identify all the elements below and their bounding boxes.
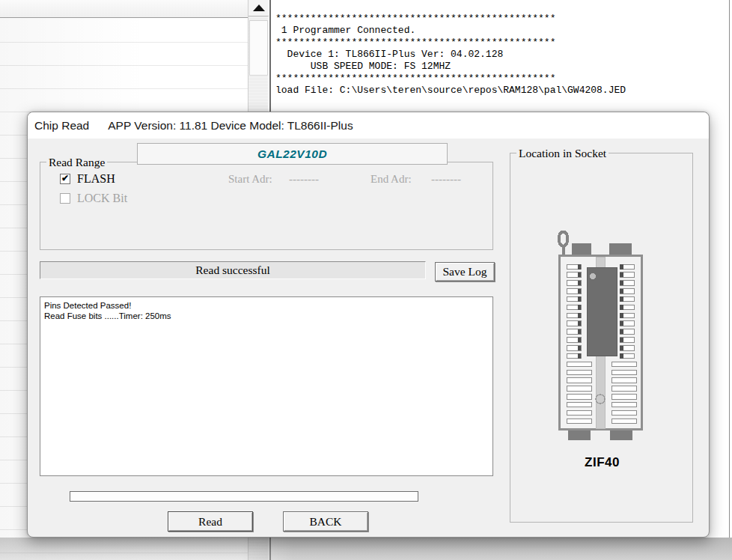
operation-log-text: Pins Detected Passed! Read Fuse bits ...… (40, 297, 492, 324)
start-adr-label: Start Adr: (228, 173, 272, 186)
dialog-title: Chip Read (34, 119, 89, 133)
socket-name-label: ZIF40 (555, 455, 649, 470)
arrow-up-icon (253, 4, 265, 11)
flash-checkbox[interactable] (60, 174, 70, 184)
back-button[interactable]: BACK (283, 511, 368, 532)
end-adr-label: End Adr: (370, 173, 412, 186)
status-message-bar: Read successful (40, 261, 426, 279)
console-log-text: ****************************************… (271, 0, 729, 97)
flash-checkbox-label: FLASH (77, 172, 115, 186)
chip-read-dialog: Chip Read APP Version: 11.81 Device Mode… (27, 112, 710, 538)
progress-bar (70, 491, 418, 502)
flash-check-row[interactable]: FLASH (60, 172, 115, 186)
end-adr-value: -------- (431, 173, 461, 186)
scrollbar-thumb[interactable] (249, 20, 268, 76)
dialog-title-info: APP Version: 11.81 Device Model: TL866II… (108, 119, 353, 133)
dialog-titlebar[interactable]: Chip Read APP Version: 11.81 Device Mode… (28, 112, 709, 139)
start-adr-value: -------- (289, 173, 319, 186)
location-in-socket-label: Location in Socket (516, 147, 609, 160)
window-bottom-strip (0, 538, 732, 560)
app-screen: ****************************************… (0, 0, 732, 560)
device-list-header (0, 0, 268, 18)
read-range-group-label: Read Range (46, 156, 107, 169)
lock-bit-checkbox (60, 193, 70, 204)
lock-bit-checkbox-label: LOCK Bit (77, 192, 127, 205)
zif-socket-icon (555, 228, 649, 449)
operation-log-area: Pins Detected Passed! Read Fuse bits ...… (40, 296, 493, 476)
scrollbar-up-button[interactable] (248, 0, 269, 16)
save-log-button[interactable]: Save Log (435, 262, 495, 281)
lock-bit-check-row: LOCK Bit (60, 192, 127, 205)
read-button[interactable]: Read (168, 511, 253, 532)
chip-name-banner: GAL22V10D (137, 143, 448, 165)
